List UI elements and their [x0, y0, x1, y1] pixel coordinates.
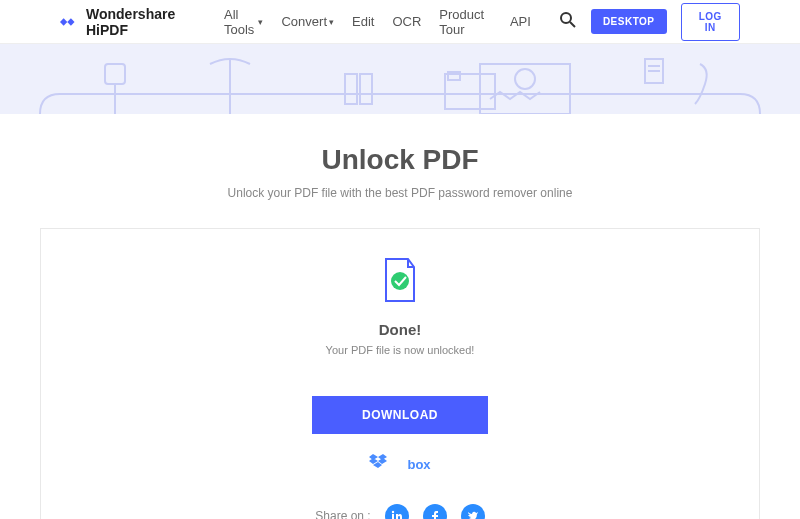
download-button[interactable]: DOWNLOAD: [312, 396, 488, 434]
page-subtitle: Unlock your PDF file with the best PDF p…: [0, 186, 800, 200]
login-button[interactable]: LOG IN: [681, 3, 740, 41]
done-message: Your PDF file is now unlocked!: [61, 344, 739, 356]
page-title: Unlock PDF: [0, 144, 800, 176]
logo-icon: [60, 15, 80, 29]
top-nav: Wondershare HiPDF All Tools▾ Convert▾ Ed…: [0, 0, 800, 44]
svg-rect-6: [360, 74, 372, 104]
linkedin-icon[interactable]: [385, 504, 409, 519]
svg-point-0: [561, 13, 571, 23]
cloud-options: box: [61, 454, 739, 474]
facebook-icon[interactable]: [423, 504, 447, 519]
svg-rect-5: [345, 74, 357, 104]
share-row: Share on :: [61, 504, 739, 519]
twitter-icon[interactable]: [461, 504, 485, 519]
search-icon[interactable]: [559, 11, 577, 33]
brand-logo[interactable]: Wondershare HiPDF: [60, 6, 204, 38]
hero-banner: [0, 44, 800, 114]
nav-menu: All Tools▾ Convert▾ Edit OCR Product Tou…: [224, 7, 531, 37]
svg-rect-15: [392, 514, 394, 519]
nav-ocr[interactable]: OCR: [392, 7, 421, 37]
done-heading: Done!: [61, 321, 739, 338]
svg-line-1: [570, 22, 575, 27]
main-content: Unlock PDF Unlock your PDF file with the…: [0, 114, 800, 519]
chevron-down-icon: ▾: [329, 17, 334, 27]
share-label: Share on :: [315, 509, 370, 519]
nav-convert[interactable]: Convert▾: [281, 7, 334, 37]
box-icon[interactable]: box: [407, 457, 430, 472]
result-card: Done! Your PDF file is now unlocked! DOW…: [40, 228, 760, 519]
svg-rect-2: [105, 64, 125, 84]
svg-point-14: [391, 272, 409, 290]
desktop-button[interactable]: DESKTOP: [591, 9, 667, 34]
file-success-icon: [61, 257, 739, 307]
nav-api[interactable]: API: [510, 7, 531, 37]
nav-edit[interactable]: Edit: [352, 7, 374, 37]
nav-all-tools[interactable]: All Tools▾: [224, 7, 264, 37]
svg-point-16: [391, 511, 393, 513]
dropbox-icon[interactable]: [369, 454, 387, 474]
nav-product-tour[interactable]: Product Tour: [439, 7, 492, 37]
brand-text: Wondershare HiPDF: [86, 6, 204, 38]
svg-point-10: [515, 69, 535, 89]
chevron-down-icon: ▾: [258, 17, 263, 27]
